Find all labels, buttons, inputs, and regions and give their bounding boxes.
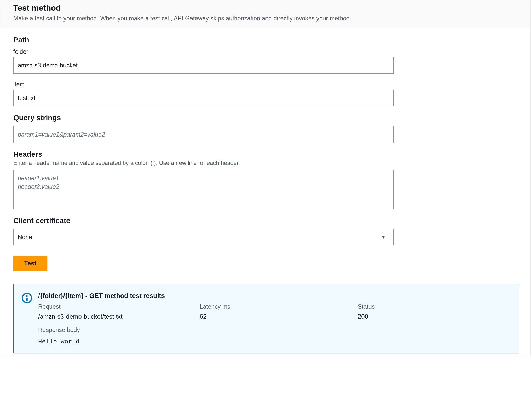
query-strings-section: Query strings (13, 114, 517, 143)
client-certificate-select-wrap: None ▼ (13, 229, 394, 245)
results-alert: /{folder}/{item} - GET method test resul… (13, 284, 519, 353)
headers-section: Headers Enter a header name and value se… (13, 150, 517, 209)
folder-input[interactable] (13, 57, 394, 74)
results-title: /{folder}/{item} - GET method test resul… (38, 292, 511, 300)
headers-description: Enter a header name and value separated … (13, 160, 517, 166)
path-field-folder: folder (13, 48, 517, 74)
client-certificate-title: Client certificate (13, 217, 517, 225)
item-label: item (13, 81, 517, 88)
result-latency-value: 62 (200, 313, 341, 320)
result-request-label: Request (38, 303, 183, 310)
response-body-value: Hello world (38, 338, 511, 351)
page-root: Test method Make a test call to your met… (0, 0, 532, 408)
response-body-block: Response body Hello world (38, 327, 511, 351)
result-status-cell: Status 200 (349, 303, 511, 320)
headers-title: Headers (13, 150, 517, 159)
result-status-label: Status (358, 303, 502, 310)
svg-point-1 (26, 295, 28, 297)
result-latency-label: Latency ms (200, 303, 341, 310)
test-method-panel: Test method Make a test call to your met… (0, 0, 531, 356)
results-body: /{folder}/{item} - GET method test resul… (38, 292, 511, 351)
client-certificate-section: Client certificate None ▼ (13, 217, 517, 245)
query-strings-input[interactable] (13, 126, 394, 143)
client-certificate-select[interactable]: None (13, 229, 394, 245)
panel-title: Test method (13, 3, 517, 13)
panel-body: Path folder item Query strings Headers E… (0, 28, 530, 356)
results-summary-row: Request /amzn-s3-demo-bucket/test.txt La… (38, 303, 511, 320)
query-strings-title: Query strings (13, 114, 517, 122)
result-status-value: 200 (358, 313, 502, 320)
result-request-cell: Request /amzn-s3-demo-bucket/test.txt (38, 303, 191, 320)
headers-input[interactable] (13, 170, 394, 209)
info-icon (21, 293, 32, 351)
svg-rect-2 (26, 298, 28, 301)
result-latency-cell: Latency ms 62 (191, 303, 349, 320)
response-body-label: Response body (38, 327, 511, 334)
path-section-title: Path (13, 36, 517, 44)
test-button[interactable]: Test (13, 256, 47, 271)
path-field-item: item (13, 81, 517, 106)
path-section: Path folder item (13, 36, 517, 106)
result-request-value: /amzn-s3-demo-bucket/test.txt (38, 313, 183, 320)
panel-description: Make a test call to your method. When yo… (13, 15, 517, 22)
item-input[interactable] (13, 90, 394, 106)
panel-header: Test method Make a test call to your met… (0, 0, 530, 28)
folder-label: folder (13, 48, 517, 55)
